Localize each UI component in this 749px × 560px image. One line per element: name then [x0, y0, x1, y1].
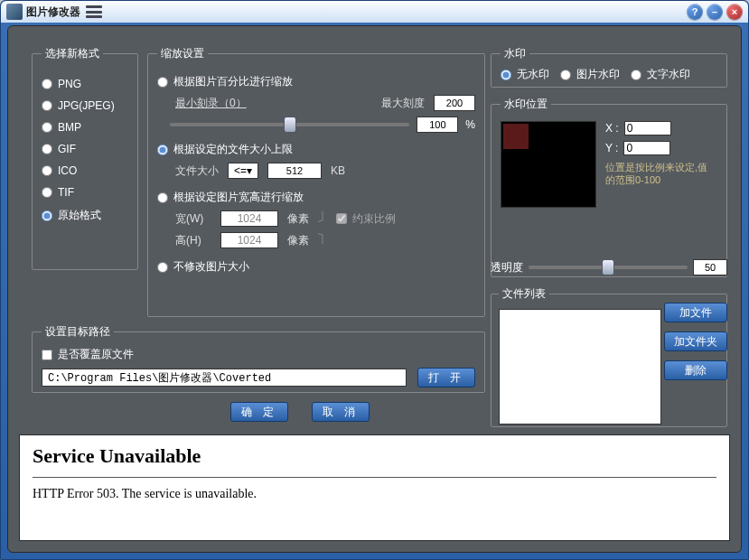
ok-button[interactable]: 确 定: [230, 402, 288, 422]
embedded-browser-pane[interactable]: Service Unavailable HTTP Error 503. The …: [19, 434, 730, 541]
max-scale-label: 最大刻度: [381, 96, 425, 111]
overwrite-checkbox[interactable]: 是否覆盖原文件: [42, 347, 475, 362]
y-input[interactable]: [623, 141, 670, 155]
percent-suffix: %: [465, 118, 475, 131]
opacity-row: 透明度: [491, 259, 727, 275]
target-path-legend: 设置目标路径: [42, 324, 114, 340]
opacity-label: 透明度: [491, 260, 523, 275]
width-label: 宽(W): [175, 211, 211, 227]
cancel-button[interactable]: 取 消: [312, 402, 370, 422]
error-body: HTTP Error 503. The service is unavailab…: [33, 487, 716, 501]
add-folder-button[interactable]: 加文件夹: [664, 331, 727, 351]
app-window: 图片修改器 ? – × 选择新格式 PNG JPG(JPEG) BMP GIF …: [0, 0, 749, 560]
format-option-original[interactable]: 原始格式: [42, 208, 128, 223]
help-button[interactable]: ?: [687, 4, 703, 20]
scale-option-wh[interactable]: 根据设定图片宽高进行缩放: [157, 190, 475, 205]
target-path-group: 设置目标路径 是否覆盖原文件 打 开: [32, 324, 485, 393]
divider: [33, 477, 716, 478]
close-button[interactable]: ×: [726, 4, 743, 20]
opacity-slider[interactable]: [529, 266, 688, 269]
format-option-bmp[interactable]: BMP: [42, 121, 128, 134]
scale-legend: 缩放设置: [157, 46, 208, 61]
link-icon: [318, 211, 327, 226]
format-option-ico[interactable]: ICO: [42, 164, 128, 177]
format-option-gif[interactable]: GIF: [42, 143, 128, 155]
y-label: Y :: [605, 142, 618, 154]
width-input[interactable]: [220, 210, 278, 227]
watermark-option-text[interactable]: 文字水印: [631, 67, 690, 82]
opacity-input[interactable]: [693, 259, 727, 275]
watermark-group: 水印 无水印 图片水印 文字水印: [491, 46, 727, 88]
add-file-button[interactable]: 加文件: [664, 303, 727, 322]
max-scale-input[interactable]: [434, 95, 475, 111]
watermark-option-none[interactable]: 无水印: [501, 67, 549, 82]
watermark-legend: 水印: [501, 46, 529, 61]
percent-slider[interactable]: [170, 123, 409, 126]
height-input[interactable]: [220, 232, 278, 248]
file-list-legend: 文件列表: [499, 286, 549, 302]
watermark-position-group: 水印位置 X : Y : 位置是按比例来设定,值的范围0-100: [491, 97, 727, 277]
format-legend: 选择新格式: [42, 46, 103, 61]
scale-group: 缩放设置 根据图片百分比进行缩放 最小刻录（0） 最大刻度 % 根据设定的文件大…: [147, 46, 485, 317]
watermark-option-image[interactable]: 图片水印: [560, 67, 620, 82]
scale-option-percent[interactable]: 根据图片百分比进行缩放: [157, 74, 475, 89]
width-unit: 像素: [287, 211, 309, 227]
format-option-jpg[interactable]: JPG(JPEG): [42, 99, 128, 112]
x-input[interactable]: [624, 121, 671, 135]
filesize-input[interactable]: [267, 163, 322, 179]
watermark-position-legend: 水印位置: [501, 97, 551, 112]
app-icon: [6, 4, 23, 20]
format-option-tif[interactable]: TIF: [42, 186, 128, 199]
min-scale-label: 最小刻录（0）: [175, 96, 247, 111]
menu-icon[interactable]: [86, 5, 102, 18]
height-unit: 像素: [287, 233, 309, 248]
format-option-png[interactable]: PNG: [42, 78, 128, 90]
titlebar[interactable]: 图片修改器 ? – ×: [1, 1, 748, 23]
height-label: 高(H): [175, 233, 211, 248]
path-input[interactable]: [42, 369, 407, 387]
client-area: 选择新格式 PNG JPG(JPEG) BMP GIF ICO TIF 原始格式…: [7, 25, 742, 553]
scale-option-filesize[interactable]: 根据设定的文件大小上限: [157, 142, 475, 157]
open-button[interactable]: 打 开: [417, 368, 475, 387]
format-group: 选择新格式 PNG JPG(JPEG) BMP GIF ICO TIF 原始格式: [32, 46, 138, 270]
x-label: X :: [605, 122, 619, 135]
percent-input[interactable]: [417, 117, 458, 133]
filesize-label: 文件大小: [175, 163, 219, 179]
filesize-unit: KB: [331, 164, 345, 177]
constrain-checkbox[interactable]: 约束比例: [336, 211, 396, 227]
scale-option-none[interactable]: 不修改图片大小: [157, 259, 475, 275]
minimize-button[interactable]: –: [707, 4, 723, 20]
error-heading: Service Unavailable: [33, 444, 716, 468]
watermark-note: 位置是按比例来设定,值的范围0-100: [605, 161, 717, 187]
delete-button[interactable]: 删除: [664, 360, 727, 380]
file-list[interactable]: [499, 309, 661, 425]
watermark-preview[interactable]: [501, 121, 596, 208]
watermark-marker: [503, 124, 529, 149]
app-title: 图片修改器: [26, 5, 80, 20]
filesize-op-button[interactable]: <= ▾: [228, 163, 258, 179]
